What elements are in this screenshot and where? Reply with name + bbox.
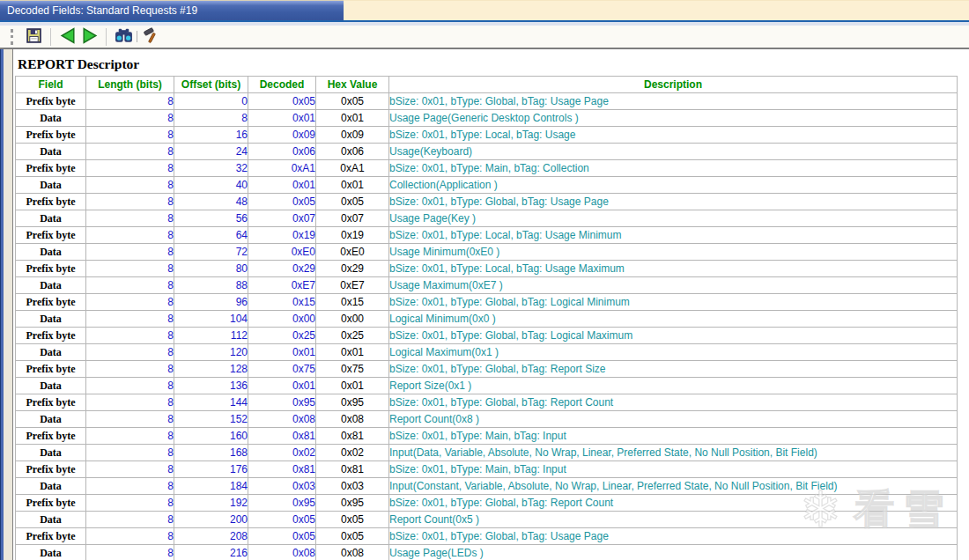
decoded-cell: 0x25 xyxy=(248,328,316,344)
field-cell: Data xyxy=(16,177,86,194)
floppy-disk-icon xyxy=(26,28,41,46)
hex-value-cell: 0x25 xyxy=(316,328,389,344)
decoded-cell: 0x00 xyxy=(248,311,316,328)
length-cell: 8 xyxy=(86,127,174,144)
table-row: Data 8 200 0x05 0x05 Report Count(0x5 ) xyxy=(16,512,958,528)
description-cell: Logical Minimum(0x0 ) xyxy=(389,311,958,328)
table-row: Prefix byte 8 0 0x05 0x05 bSize: 0x01, b… xyxy=(16,93,958,110)
hex-value-cell: 0x09 xyxy=(316,127,389,144)
field-cell: Data xyxy=(16,344,86,361)
table-row: Data 8 168 0x02 0x02 Input(Data, Variabl… xyxy=(16,445,958,461)
length-cell: 8 xyxy=(86,461,174,478)
table-header-row: Field Length (bits) Offset (bits) Decode… xyxy=(16,77,958,93)
field-cell: Prefix byte xyxy=(16,261,86,277)
table-row: Data 8 152 0x08 0x08 Report Count(0x8 ) xyxy=(16,411,958,428)
offset-cell: 56 xyxy=(174,210,248,227)
field-cell: Prefix byte xyxy=(16,294,86,311)
description-cell: bSize: 0x01, bType: Global, bTag: Logica… xyxy=(389,328,958,344)
table-row: Data 8 72 0xE0 0xE0 Usage Minimum(0xE0 ) xyxy=(16,244,958,261)
column-header-description: Description xyxy=(389,77,958,93)
length-cell: 8 xyxy=(86,445,174,461)
description-cell: Usage Page(Key ) xyxy=(389,210,958,227)
decoded-cell: 0x09 xyxy=(248,127,316,144)
table-row: Prefix byte 8 144 0x95 0x95 bSize: 0x01,… xyxy=(16,394,958,411)
decoded-cell: 0x75 xyxy=(248,361,316,378)
offset-cell: 40 xyxy=(174,177,248,194)
description-cell: Report Count(0x8 ) xyxy=(389,411,958,428)
hex-value-cell: 0x05 xyxy=(316,194,389,210)
table-row: Data 8 8 0x01 0x01 Usage Page(Generic De… xyxy=(16,110,958,127)
length-cell: 8 xyxy=(86,378,174,394)
hex-value-cell: 0x01 xyxy=(316,378,389,394)
description-cell: Logical Maximum(0x1 ) xyxy=(389,344,958,361)
field-cell: Data xyxy=(16,244,86,261)
table-row: Data 8 184 0x03 0x03 Input(Constant, Var… xyxy=(16,478,958,495)
decoded-cell: 0x05 xyxy=(248,512,316,528)
length-cell: 8 xyxy=(86,160,174,177)
table-row: Prefix byte 8 80 0x29 0x29 bSize: 0x01, … xyxy=(16,261,958,277)
table-row: Data 8 216 0x08 0x08 Usage Page(LEDs ) xyxy=(16,545,958,560)
field-cell: Prefix byte xyxy=(16,361,86,378)
length-cell: 8 xyxy=(86,311,174,328)
decoded-cell: 0xA1 xyxy=(248,160,316,177)
length-cell: 8 xyxy=(86,478,174,495)
length-cell: 8 xyxy=(86,545,174,560)
length-cell: 8 xyxy=(86,210,174,227)
offset-cell: 88 xyxy=(174,277,248,294)
offset-cell: 16 xyxy=(174,127,248,144)
toolbar-separator xyxy=(50,28,51,46)
offset-cell: 80 xyxy=(174,261,248,277)
decoded-fields-panel: REPORT Descriptor Field Length (bits) Of… xyxy=(12,49,969,560)
offset-cell: 200 xyxy=(174,512,248,528)
length-cell: 8 xyxy=(86,93,174,110)
field-cell: Data xyxy=(16,478,86,495)
description-cell: bSize: 0x01, bType: Global, bTag: Usage … xyxy=(389,528,958,545)
field-cell: Prefix byte xyxy=(16,394,86,411)
green-left-arrow-icon xyxy=(59,27,78,47)
column-header-offset-bits: Offset (bits) xyxy=(174,77,248,93)
decoded-cell: 0x81 xyxy=(248,428,316,445)
previous-button[interactable] xyxy=(57,27,78,47)
table-row: Data 8 40 0x01 0x01 Collection(Applicati… xyxy=(16,177,958,194)
column-header-length-bits: Length (bits) xyxy=(86,77,174,93)
table-row: Prefix byte 8 160 0x81 0x81 bSize: 0x01,… xyxy=(16,428,958,445)
table-row: Prefix byte 8 64 0x19 0x19 bSize: 0x01, … xyxy=(16,227,958,244)
decoded-cell: 0x19 xyxy=(248,227,316,244)
description-cell: bSize: 0x01, bType: Local, bTag: Usage xyxy=(389,127,958,144)
hex-value-cell: 0x08 xyxy=(316,411,389,428)
description-cell: Input(Constant, Variable, Absolute, No W… xyxy=(389,478,958,495)
hex-value-cell: 0x01 xyxy=(316,344,389,361)
field-cell: Prefix byte xyxy=(16,93,86,110)
field-cell: Prefix byte xyxy=(16,328,86,344)
length-cell: 8 xyxy=(86,227,174,244)
hex-value-cell: 0x29 xyxy=(316,261,389,277)
offset-cell: 72 xyxy=(174,244,248,261)
description-cell: Usage Maximum(0xE7 ) xyxy=(389,277,958,294)
report-table-body: Prefix byte 8 0 0x05 0x05 bSize: 0x01, b… xyxy=(16,93,958,560)
offset-cell: 184 xyxy=(174,478,248,495)
hex-value-cell: 0x07 xyxy=(316,210,389,227)
field-cell: Prefix byte xyxy=(16,495,86,512)
hex-value-cell: 0x08 xyxy=(316,545,389,560)
save-button[interactable] xyxy=(23,27,44,47)
toolbar-gripper[interactable] xyxy=(11,29,13,45)
hammer-icon xyxy=(143,27,159,47)
hex-value-cell: 0xE0 xyxy=(316,244,389,261)
decoded-cell: 0x03 xyxy=(248,478,316,495)
find-button[interactable] xyxy=(113,27,134,47)
description-cell: Report Count(0x5 ) xyxy=(389,512,958,528)
table-row: Data 8 136 0x01 0x01 Report Size(0x1 ) xyxy=(16,378,958,394)
offset-cell: 176 xyxy=(174,461,248,478)
tools-button[interactable] xyxy=(140,27,161,47)
decoded-cell: 0x01 xyxy=(248,177,316,194)
decoded-cell: 0x06 xyxy=(248,144,316,160)
hex-value-cell: 0x75 xyxy=(316,361,389,378)
next-button[interactable] xyxy=(78,27,100,47)
hex-value-cell: 0x81 xyxy=(316,428,389,445)
hex-value-cell: 0x01 xyxy=(316,110,389,127)
decoded-cell: 0x15 xyxy=(248,294,316,311)
description-cell: bSize: 0x01, bType: Global, bTag: Report… xyxy=(389,495,958,512)
field-cell: Prefix byte xyxy=(16,528,86,545)
length-cell: 8 xyxy=(86,261,174,277)
pane-title-bar[interactable]: Decoded Fields: Standard Requests #19 xyxy=(0,0,344,20)
